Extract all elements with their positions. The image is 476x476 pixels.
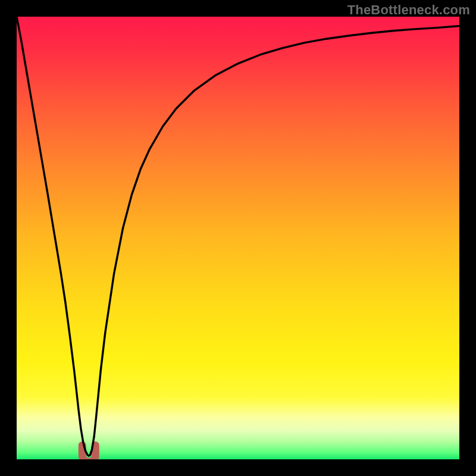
- chart-frame: TheBottleneck.com: [0, 0, 476, 476]
- watermark-label: TheBottleneck.com: [347, 2, 470, 18]
- background-gradient: [17, 17, 459, 459]
- plot-area: [17, 17, 459, 459]
- svg-rect-0: [17, 17, 459, 459]
